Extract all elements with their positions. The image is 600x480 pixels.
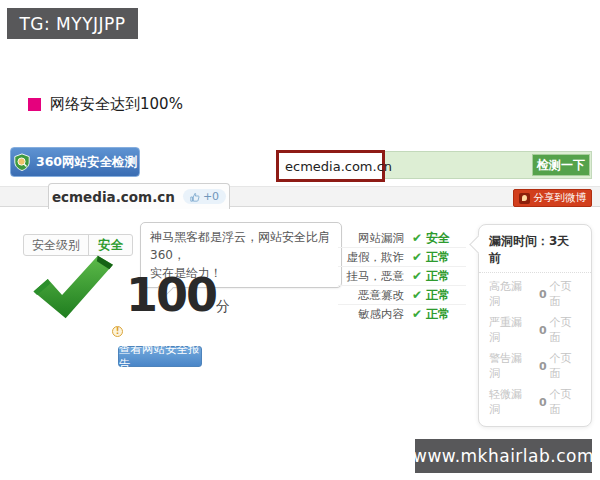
- heading-text: 网络安全达到100%: [50, 95, 183, 114]
- checks-list: 网站漏洞✔安全虚假，欺诈✔正常挂马，恶意✔正常恶意篡改✔正常敏感内容✔正常: [338, 229, 466, 323]
- view-report-button[interactable]: 查看网站安全报告: [118, 346, 202, 367]
- vuln-unit: 个页面: [550, 315, 581, 345]
- check-now-button[interactable]: 检测一下: [532, 154, 590, 176]
- vuln-label: 轻微漏洞: [489, 387, 531, 417]
- security-level-label: 安全级别: [24, 235, 89, 255]
- big-checkmark-icon: [26, 254, 116, 320]
- check-row: 敏感内容✔正常: [338, 305, 466, 323]
- likes-pill[interactable]: +0: [183, 189, 226, 204]
- vuln-label: 高危漏洞: [489, 279, 531, 309]
- share-weibo-button[interactable]: 分享到微博: [513, 189, 593, 207]
- vuln-unit: 个页面: [550, 351, 581, 381]
- check-label: 恶意篡改: [338, 288, 404, 303]
- score-number: 100: [126, 268, 216, 322]
- check-label: 敏感内容: [338, 307, 404, 322]
- vuln-label: 严重漏洞: [489, 315, 531, 345]
- vuln-row: 警告漏洞0个页面: [479, 348, 591, 384]
- share-weibo-label: 分享到微博: [534, 191, 587, 205]
- view-report-label: 查看网站安全报告: [119, 342, 201, 372]
- check-status: 正常: [426, 249, 450, 266]
- check-label: 网站漏洞: [338, 231, 404, 246]
- bottom-watermark: www.mkhairlab.com: [415, 439, 592, 473]
- score: 100分: [126, 268, 230, 322]
- vuln-count: 0: [539, 324, 547, 337]
- vuln-row: 高危漏洞0个页面: [479, 276, 591, 312]
- brand-banner-label: 360网站安全检测: [36, 154, 137, 171]
- heading: 网络安全达到100%: [28, 95, 183, 114]
- vuln-count: 0: [539, 360, 547, 373]
- checkmark-icon: ✔: [412, 269, 422, 283]
- top-watermark-text: TG: MYYJJPP: [19, 14, 125, 34]
- info-icon[interactable]: !: [112, 326, 123, 337]
- check-row: 恶意篡改✔正常: [338, 286, 466, 305]
- vuln-row: 轻微漏洞0个页面: [479, 384, 591, 420]
- likes-count: +0: [203, 190, 219, 203]
- shield-icon: [13, 153, 31, 171]
- comment-line1: 神马黑客都是浮云，网站安全比肩360，: [150, 228, 332, 264]
- brand-banner[interactable]: 360网站安全检测: [10, 147, 140, 177]
- check-label: 挂马，恶意: [338, 269, 404, 284]
- check-label: 虚假，欺诈: [338, 250, 404, 265]
- security-level-badge: 安全级别 安全: [23, 234, 133, 256]
- vuln-panel: 漏洞时间：3天前 高危漏洞0个页面严重漏洞0个页面警告漏洞0个页面轻微漏洞0个页…: [478, 224, 592, 427]
- tab-domain-label: ecmedia.com.cn: [52, 189, 175, 205]
- check-status: 安全: [426, 230, 450, 247]
- bottom-watermark-text: www.mkhairlab.com: [413, 446, 594, 466]
- check-row: 网站漏洞✔安全: [338, 229, 466, 248]
- thumbs-up-icon: [190, 192, 200, 202]
- checkmark-icon: ✔: [412, 231, 422, 245]
- weibo-icon: [519, 193, 530, 204]
- vuln-label: 警告漏洞: [489, 351, 531, 381]
- vuln-rows: 高危漏洞0个页面严重漏洞0个页面警告漏洞0个页面轻微漏洞0个页面: [479, 273, 591, 426]
- vuln-unit: 个页面: [550, 279, 581, 309]
- vuln-unit: 个页面: [550, 387, 581, 417]
- vuln-count: 0: [539, 288, 547, 301]
- tab-bar: ecmedia.com.cn +0 分享到微博: [0, 186, 600, 207]
- top-watermark: TG: MYYJJPP: [7, 8, 138, 39]
- score-unit: 分: [216, 298, 230, 314]
- security-level-value: 安全: [89, 235, 132, 255]
- info-icon-mark: !: [116, 327, 120, 336]
- checkmark-icon: ✔: [412, 307, 422, 321]
- url-check-bar: ecmedia.com.cn 检测一下: [277, 151, 592, 179]
- check-row: 挂马，恶意✔正常: [338, 267, 466, 286]
- check-status: 正常: [426, 306, 450, 323]
- vuln-count: 0: [539, 396, 547, 409]
- url-input[interactable]: ecmedia.com.cn: [276, 150, 385, 182]
- bullet-square-icon: [28, 98, 41, 111]
- url-input-value: ecmedia.com.cn: [285, 159, 392, 174]
- vuln-panel-title: 漏洞时间：3天前: [479, 225, 591, 273]
- vuln-row: 严重漏洞0个页面: [479, 312, 591, 348]
- page: TG: MYYJJPP 网络安全达到100% 360网站安全检测 ecmedia…: [0, 0, 600, 480]
- checkmark-icon: ✔: [412, 288, 422, 302]
- check-row: 虚假，欺诈✔正常: [338, 248, 466, 267]
- check-status: 正常: [426, 268, 450, 285]
- tab-domain[interactable]: ecmedia.com.cn +0: [48, 183, 230, 209]
- check-now-label: 检测一下: [537, 157, 585, 174]
- check-status: 正常: [426, 287, 450, 304]
- checkmark-icon: ✔: [412, 250, 422, 264]
